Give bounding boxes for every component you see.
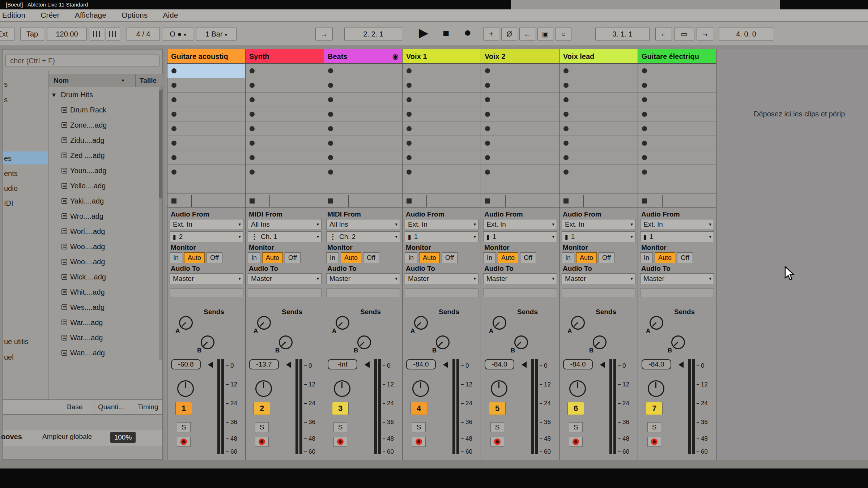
input-type-chooser[interactable]: Ext. In▾ xyxy=(405,219,478,230)
clip-stop-icon[interactable] xyxy=(642,97,647,102)
track-activator-button[interactable]: 3 xyxy=(332,402,349,415)
clip-slot[interactable] xyxy=(246,136,324,150)
clip-stop-icon[interactable] xyxy=(407,97,412,102)
clip-stop-icon[interactable] xyxy=(642,83,647,88)
track-activator-button[interactable]: 5 xyxy=(489,402,506,415)
clip-stop-icon[interactable] xyxy=(328,97,333,102)
track-activator-button[interactable]: 2 xyxy=(254,402,270,415)
clip-slot[interactable] xyxy=(559,93,638,107)
monitor-off-button[interactable]: Off xyxy=(520,252,536,263)
menu-item-0[interactable]: Edition xyxy=(2,11,25,20)
clip-slot[interactable] xyxy=(324,165,402,179)
arm-record-button[interactable] xyxy=(647,437,661,447)
pan-knob[interactable] xyxy=(648,380,664,397)
input-channel-chooser[interactable]: 2▾ xyxy=(170,231,243,242)
peak-level-display[interactable]: -13.7 xyxy=(249,359,279,369)
sidebar-category[interactable]: ents xyxy=(4,168,18,179)
clip-stop-icon[interactable] xyxy=(407,68,412,73)
clip-slot[interactable] xyxy=(324,107,402,121)
clip-stop-icon[interactable] xyxy=(250,97,255,102)
browser-list-item[interactable]: Drum Hits xyxy=(48,87,163,102)
clip-stop-icon[interactable] xyxy=(642,155,647,160)
send-b-knob[interactable] xyxy=(671,335,685,349)
clip-slot[interactable] xyxy=(403,165,481,179)
browser-list-item[interactable]: Drum Rack xyxy=(48,102,163,117)
monitor-auto-button[interactable]: Auto xyxy=(655,252,675,263)
clip-stop-icon[interactable] xyxy=(328,141,333,146)
monitor-in-button[interactable]: In xyxy=(326,252,339,263)
monitor-off-button[interactable]: Off xyxy=(599,252,614,263)
output-chooser[interactable]: Master▾ xyxy=(405,273,478,284)
clip-slot[interactable] xyxy=(638,150,716,165)
input-type-chooser[interactable]: All Ins▾ xyxy=(326,219,400,230)
loop-button[interactable]: ▭ xyxy=(674,27,694,41)
volume-fader-handle[interactable] xyxy=(208,361,213,368)
clip-slot[interactable] xyxy=(324,150,402,165)
clip-stop-icon[interactable] xyxy=(407,126,412,131)
send-a-knob[interactable] xyxy=(257,316,271,330)
browser-list-item[interactable]: War....adg xyxy=(48,315,163,330)
search-input[interactable]: cher (Ctrl + F) xyxy=(5,55,159,67)
browser-list-item[interactable]: Woo....adg xyxy=(48,254,163,269)
pan-knob[interactable] xyxy=(255,380,272,397)
follow-button[interactable]: → xyxy=(315,27,333,41)
clip-slot[interactable] xyxy=(403,64,481,78)
clip-stop-icon[interactable] xyxy=(250,68,255,73)
input-type-chooser[interactable]: Ext. In▾ xyxy=(640,219,714,230)
arm-record-button[interactable] xyxy=(569,437,583,447)
clip-stop-icon[interactable] xyxy=(171,170,176,175)
clip-stop-icon[interactable] xyxy=(171,97,176,102)
arm-record-button[interactable] xyxy=(412,437,426,447)
input-channel-chooser[interactable]: 1▾ xyxy=(405,231,478,242)
clip-slot[interactable] xyxy=(324,136,402,150)
menu-item-3[interactable]: Options xyxy=(122,11,148,20)
clip-stop-icon[interactable] xyxy=(563,83,569,88)
send-a-knob[interactable] xyxy=(493,316,506,330)
clip-stop-icon[interactable] xyxy=(328,68,333,73)
volume-fader-handle[interactable] xyxy=(443,361,448,368)
stop-all-clips-icon[interactable] xyxy=(642,198,647,204)
clip-stop-icon[interactable] xyxy=(328,83,333,88)
clip-slot[interactable] xyxy=(403,150,481,165)
clip-stop-icon[interactable] xyxy=(250,170,255,175)
clip-slot[interactable] xyxy=(246,93,324,107)
pan-knob[interactable] xyxy=(334,380,350,397)
clip-stop-icon[interactable] xyxy=(328,126,333,131)
monitor-off-button[interactable]: Off xyxy=(363,252,379,263)
clip-slot[interactable] xyxy=(559,78,638,93)
send-b-knob[interactable] xyxy=(201,335,214,349)
monitor-auto-button[interactable]: Auto xyxy=(262,252,283,263)
clip-slot[interactable] xyxy=(403,93,481,107)
monitor-auto-button[interactable]: Auto xyxy=(341,252,361,263)
clip-slot[interactable] xyxy=(559,107,638,121)
clip-slot[interactable] xyxy=(246,165,324,179)
clip-slot[interactable] xyxy=(481,165,559,179)
pan-knob[interactable] xyxy=(569,380,586,397)
clip-slot[interactable] xyxy=(559,136,638,150)
record-button[interactable]: ● xyxy=(459,25,477,39)
clip-slot[interactable] xyxy=(167,107,245,121)
menu-item-4[interactable]: Aide xyxy=(163,11,178,20)
clip-stop-icon[interactable] xyxy=(563,141,569,146)
monitor-off-button[interactable]: Off xyxy=(285,252,301,263)
clip-stop-icon[interactable] xyxy=(485,68,490,73)
session-record-button[interactable]: ○ xyxy=(556,27,571,41)
clip-slot[interactable] xyxy=(403,78,481,93)
clip-stop-icon[interactable] xyxy=(563,68,569,73)
monitor-in-button[interactable]: In xyxy=(170,252,182,263)
clip-stop-icon[interactable] xyxy=(328,112,333,117)
clip-stop-icon[interactable] xyxy=(485,126,490,131)
clip-slot[interactable] xyxy=(638,107,716,121)
browser-list-item[interactable]: Wick....adg xyxy=(48,269,163,284)
overdub-button[interactable]: + xyxy=(483,27,499,41)
arm-record-button[interactable] xyxy=(490,437,504,447)
clip-slot[interactable] xyxy=(167,121,245,136)
track-header[interactable]: Voix lead xyxy=(559,49,638,64)
monitor-in-button[interactable]: In xyxy=(640,252,653,263)
browser-list-item[interactable]: Youn....adg xyxy=(48,163,163,178)
peak-level-display[interactable]: -84.0 xyxy=(406,359,436,369)
browser-list-item[interactable]: Zone....adg xyxy=(48,117,163,133)
track-header[interactable]: Guitare acoustiq xyxy=(167,49,245,64)
clip-slot[interactable] xyxy=(559,64,638,78)
clip-stop-icon[interactable] xyxy=(485,141,490,146)
